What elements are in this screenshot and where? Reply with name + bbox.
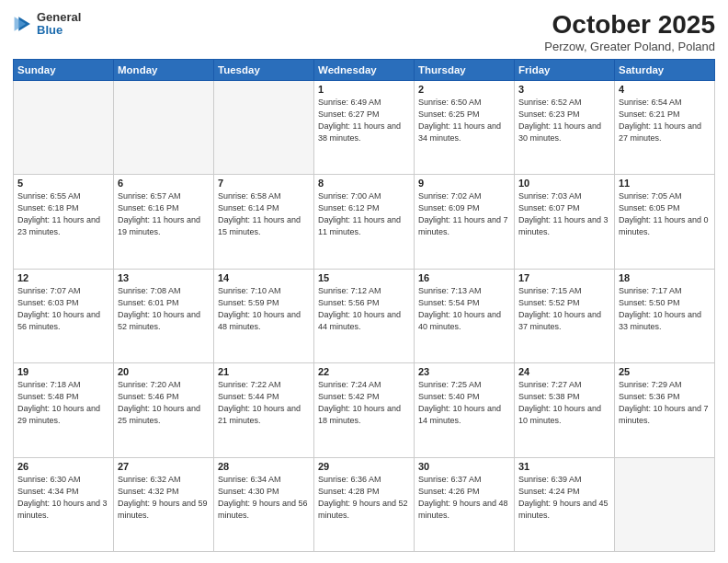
day-number: 17 [518,272,610,283]
day-info: Sunrise: 6:34 AM Sunset: 4:30 PM Dayligh… [218,474,310,522]
day-info: Sunrise: 7:05 AM Sunset: 6:05 PM Dayligh… [619,190,711,238]
day-number: 13 [118,272,210,283]
col-tuesday: Tuesday [214,59,314,80]
day-info: Sunrise: 6:55 AM Sunset: 6:18 PM Dayligh… [17,190,109,238]
day-cell-w1-d1 [114,80,214,174]
col-saturday: Saturday [615,59,715,80]
day-cell-w4-d0: 19Sunrise: 7:18 AM Sunset: 5:48 PM Dayli… [14,363,114,457]
calendar-subtitle: Perzow, Greater Poland, Poland [544,40,715,53]
day-cell-w2-d0: 5Sunrise: 6:55 AM Sunset: 6:18 PM Daylig… [14,175,114,269]
day-cell-w2-d3: 8Sunrise: 7:00 AM Sunset: 6:12 PM Daylig… [314,175,415,269]
day-cell-w4-d4: 23Sunrise: 7:25 AM Sunset: 5:40 PM Dayli… [415,363,515,457]
day-number: 18 [619,272,711,283]
day-cell-w5-d1: 27Sunrise: 6:32 AM Sunset: 4:32 PM Dayli… [114,457,214,551]
day-number: 22 [318,366,410,377]
day-info: Sunrise: 6:37 AM Sunset: 4:26 PM Dayligh… [418,474,510,522]
day-cell-w3-d1: 13Sunrise: 7:08 AM Sunset: 6:01 PM Dayli… [114,269,214,362]
day-info: Sunrise: 7:03 AM Sunset: 6:07 PM Dayligh… [518,190,610,238]
col-wednesday: Wednesday [314,59,415,80]
day-info: Sunrise: 7:02 AM Sunset: 6:09 PM Dayligh… [418,190,510,238]
day-info: Sunrise: 6:50 AM Sunset: 6:25 PM Dayligh… [418,97,510,144]
title-block: October 2025 Perzow, Greater Poland, Pol… [544,11,715,53]
day-info: Sunrise: 7:18 AM Sunset: 5:48 PM Dayligh… [17,379,109,427]
day-cell-w4-d6: 25Sunrise: 7:29 AM Sunset: 5:36 PM Dayli… [615,363,715,457]
day-cell-w2-d6: 11Sunrise: 7:05 AM Sunset: 6:05 PM Dayli… [615,175,715,269]
day-cell-w4-d3: 22Sunrise: 7:24 AM Sunset: 5:42 PM Dayli… [314,363,415,457]
col-thursday: Thursday [415,59,515,80]
day-number: 23 [418,366,510,377]
day-cell-w3-d4: 16Sunrise: 7:13 AM Sunset: 5:54 PM Dayli… [415,269,515,362]
day-number: 24 [518,366,610,377]
logo-general: General [37,11,81,24]
day-info: Sunrise: 7:10 AM Sunset: 5:59 PM Dayligh… [218,285,310,333]
day-number: 25 [619,366,711,377]
day-number: 11 [619,178,711,189]
day-cell-w4-d1: 20Sunrise: 7:20 AM Sunset: 5:46 PM Dayli… [114,363,214,457]
calendar-table: Sunday Monday Tuesday Wednesday Thursday… [13,59,715,552]
day-info: Sunrise: 7:20 AM Sunset: 5:46 PM Dayligh… [118,379,210,427]
day-number: 30 [418,461,510,472]
day-number: 1 [318,84,410,95]
day-info: Sunrise: 6:58 AM Sunset: 6:14 PM Dayligh… [218,190,310,238]
day-cell-w5-d6 [615,457,715,551]
day-cell-w5-d0: 26Sunrise: 6:30 AM Sunset: 4:34 PM Dayli… [14,457,114,551]
day-cell-w4-d5: 24Sunrise: 7:27 AM Sunset: 5:38 PM Dayli… [515,363,615,457]
day-info: Sunrise: 6:49 AM Sunset: 6:27 PM Dayligh… [318,97,410,144]
day-cell-w2-d5: 10Sunrise: 7:03 AM Sunset: 6:07 PM Dayli… [515,175,615,269]
day-number: 19 [17,366,109,377]
day-cell-w1-d5: 3Sunrise: 6:52 AM Sunset: 6:23 PM Daylig… [515,80,615,174]
day-info: Sunrise: 7:25 AM Sunset: 5:40 PM Dayligh… [418,379,510,427]
day-info: Sunrise: 7:12 AM Sunset: 5:56 PM Dayligh… [318,285,410,333]
header: General Blue October 2025 Perzow, Greate… [13,11,715,53]
day-number: 15 [318,272,410,283]
day-cell-w5-d5: 31Sunrise: 6:39 AM Sunset: 4:24 PM Dayli… [515,457,615,551]
day-info: Sunrise: 6:30 AM Sunset: 4:34 PM Dayligh… [17,474,109,522]
week-row-1: 1Sunrise: 6:49 AM Sunset: 6:27 PM Daylig… [14,80,715,174]
day-cell-w5-d4: 30Sunrise: 6:37 AM Sunset: 4:26 PM Dayli… [415,457,515,551]
day-cell-w3-d6: 18Sunrise: 7:17 AM Sunset: 5:50 PM Dayli… [615,269,715,362]
day-cell-w5-d3: 29Sunrise: 6:36 AM Sunset: 4:28 PM Dayli… [314,457,415,551]
day-number: 14 [218,272,310,283]
day-number: 5 [17,178,109,189]
calendar-header-row: Sunday Monday Tuesday Wednesday Thursday… [14,59,715,80]
day-number: 4 [619,84,711,95]
day-number: 29 [318,461,410,472]
day-info: Sunrise: 6:57 AM Sunset: 6:16 PM Dayligh… [118,190,210,238]
day-cell-w2-d4: 9Sunrise: 7:02 AM Sunset: 6:09 PM Daylig… [415,175,515,269]
day-info: Sunrise: 7:29 AM Sunset: 5:36 PM Dayligh… [619,379,711,427]
day-info: Sunrise: 7:15 AM Sunset: 5:52 PM Dayligh… [518,285,610,333]
day-number: 8 [318,178,410,189]
day-number: 28 [218,461,310,472]
day-cell-w2-d2: 7Sunrise: 6:58 AM Sunset: 6:14 PM Daylig… [214,175,314,269]
day-info: Sunrise: 7:13 AM Sunset: 5:54 PM Dayligh… [418,285,510,333]
day-number: 10 [518,178,610,189]
day-number: 12 [17,272,109,283]
day-info: Sunrise: 7:22 AM Sunset: 5:44 PM Dayligh… [218,379,310,427]
day-cell-w2-d1: 6Sunrise: 6:57 AM Sunset: 6:16 PM Daylig… [114,175,214,269]
col-friday: Friday [515,59,615,80]
week-row-2: 5Sunrise: 6:55 AM Sunset: 6:18 PM Daylig… [14,175,715,269]
day-cell-w1-d4: 2Sunrise: 6:50 AM Sunset: 6:25 PM Daylig… [415,80,515,174]
logo-text: General Blue [37,11,81,38]
day-info: Sunrise: 6:52 AM Sunset: 6:23 PM Dayligh… [518,97,610,144]
day-cell-w3-d2: 14Sunrise: 7:10 AM Sunset: 5:59 PM Dayli… [214,269,314,362]
day-cell-w1-d3: 1Sunrise: 6:49 AM Sunset: 6:27 PM Daylig… [314,80,415,174]
day-number: 7 [218,178,310,189]
logo-icon [13,14,33,34]
week-row-3: 12Sunrise: 7:07 AM Sunset: 6:03 PM Dayli… [14,269,715,362]
day-number: 26 [17,461,109,472]
day-info: Sunrise: 6:36 AM Sunset: 4:28 PM Dayligh… [318,474,410,522]
day-number: 31 [518,461,610,472]
calendar-title: October 2025 [544,11,715,40]
col-monday: Monday [114,59,214,80]
logo: General Blue [13,11,81,38]
day-number: 21 [218,366,310,377]
day-info: Sunrise: 7:08 AM Sunset: 6:01 PM Dayligh… [118,285,210,333]
day-cell-w4-d2: 21Sunrise: 7:22 AM Sunset: 5:44 PM Dayli… [214,363,314,457]
day-cell-w3-d5: 17Sunrise: 7:15 AM Sunset: 5:52 PM Dayli… [515,269,615,362]
day-number: 9 [418,178,510,189]
col-sunday: Sunday [14,59,114,80]
day-number: 6 [118,178,210,189]
day-cell-w1-d6: 4Sunrise: 6:54 AM Sunset: 6:21 PM Daylig… [615,80,715,174]
day-cell-w5-d2: 28Sunrise: 6:34 AM Sunset: 4:30 PM Dayli… [214,457,314,551]
